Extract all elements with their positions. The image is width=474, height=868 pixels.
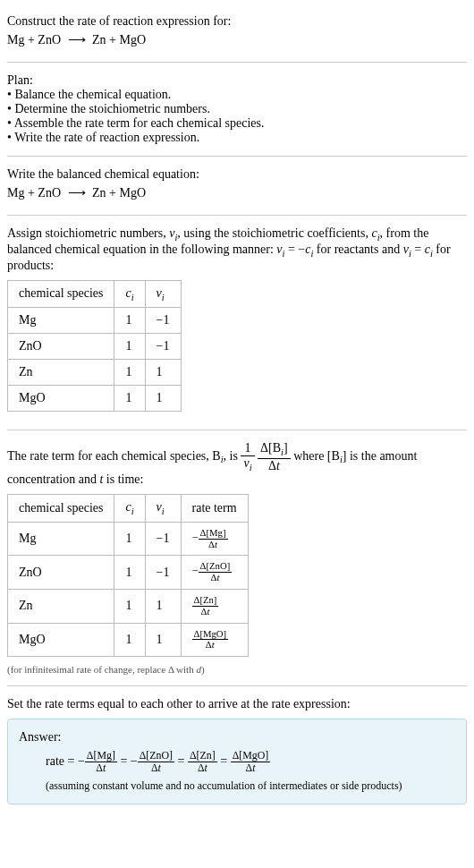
cell-c: 1 [114,334,145,360]
cell-nu: −1 [145,308,181,334]
fraction: Δ[Zn]Δt [188,750,217,774]
numerator: Δ[Mg] [85,750,117,762]
plan-item: • Write the rate of reaction expression. [7,131,467,145]
reaction-arrow-icon: ⟶ [68,32,86,47]
t-var: t [215,539,217,549]
denominator: Δt [192,640,229,651]
eq-lhs: Mg + ZnO [7,186,61,200]
sign: − [192,566,199,578]
divider [7,215,467,216]
col-nu: νi [145,495,181,523]
eq-rhs: Zn + MgO [92,33,146,47]
rate-term-table: chemical species ci νi rate term Mg1−1−Δ… [7,494,249,657]
table-row: ZnO1−1−Δ[ZnO]Δt [8,556,249,590]
stoich-table: chemical species ci νi Mg1−1 ZnO1−1 Zn11… [7,280,182,413]
fraction: Δ[Bi]Δt [258,441,291,472]
denominator: Δt [138,762,174,774]
t-var: t [216,572,219,583]
problem-header: Construct the rate of reaction expressio… [7,7,467,58]
eq-sign: = [120,754,130,768]
divider [7,156,467,157]
eq-sign: = [220,754,230,768]
problem-equation: Mg + ZnO ⟶ Zn + MgO [7,29,467,51]
fraction: 1νi [241,441,254,472]
problem-prompt: Construct the rate of reaction expressio… [7,14,467,29]
col-c: ci [114,280,145,308]
text: ) [201,664,205,675]
cell-species: Mg [8,308,114,334]
eq-lhs: Mg + ZnO [7,33,61,47]
cell-nu: −1 [145,522,181,556]
text: Δ [96,762,103,774]
cell-nu: 1 [145,386,181,412]
text: , is [224,449,241,463]
numerator: 1 [241,441,254,455]
table-header-row: chemical species ci νi rate term [8,495,249,523]
rate-term-section: The rate term for each chemical species,… [7,434,467,682]
t-var: t [212,639,215,650]
text: (for infinitesimal rate of change, repla… [7,664,196,675]
col-nu: νi [145,280,181,308]
text: for reactants and [313,243,402,256]
plan-item: • Determine the stoichiometric numbers. [7,102,467,116]
cell-species: ZnO [8,556,114,590]
balanced-section: Write the balanced chemical equation: Mg… [7,160,467,211]
final-title: Set the rate terms equal to each other t… [7,697,467,711]
text: = [411,243,425,256]
cell-rate: −Δ[Mg]Δt [181,522,248,556]
cell-nu: −1 [145,556,181,590]
fraction: Δ[Mg]Δt [85,750,117,774]
plan-section: Plan: • Balance the chemical equation. •… [7,66,467,152]
table-row: MgO11 [8,386,182,412]
cell-species: Zn [8,360,114,386]
cell-c: 1 [114,589,145,623]
t-var: t [205,762,207,774]
rate-term-intro: The rate term for each chemical species,… [7,441,467,487]
col-species: chemical species [8,280,114,308]
balanced-title: Write the balanced chemical equation: [7,167,467,182]
fraction: Δ[MgO]Δt [231,750,271,774]
cell-nu: 1 [145,360,181,386]
text: = − [284,243,305,256]
cell-c: 1 [114,623,145,657]
denominator: νi [241,456,254,472]
denominator: Δt [192,607,219,617]
subscript: i [131,506,134,516]
rate-word: rate = [46,754,78,768]
text: is time: [103,472,143,486]
denominator: Δt [231,762,271,774]
table-row: MgO11Δ[MgO]Δt [8,623,249,657]
text: where [B [293,449,340,463]
col-rate: rate term [181,495,248,523]
cell-c: 1 [114,360,145,386]
cell-species: MgO [8,386,114,412]
subscript: i [162,292,165,302]
cell-rate: −Δ[ZnO]Δt [181,556,248,590]
table-row: Mg1−1 [8,308,182,334]
stoich-intro: Assign stoichiometric numbers, νi, using… [7,226,467,273]
answer-note: (assuming constant volume and no accumul… [19,779,455,793]
table-row: Mg1−1−Δ[Mg]Δt [8,522,249,556]
subscript: i [131,292,134,302]
col-species: chemical species [8,495,114,523]
fraction: Δ[ZnO]Δt [199,561,233,583]
fraction: Δ[Zn]Δt [192,595,219,617]
cell-rate: Δ[Zn]Δt [181,589,248,623]
cell-c: 1 [114,556,145,590]
denominator: Δt [188,762,217,774]
numerator: Δ[Bi] [258,441,291,458]
eq-rhs: Zn + MgO [92,186,146,200]
answer-label: Answer: [19,730,455,745]
table-row: ZnO1−1 [8,334,182,360]
numerator: Δ[Zn] [188,750,217,762]
cell-species: ZnO [8,334,114,360]
table-row: Zn11Δ[Zn]Δt [8,589,249,623]
plan-title: Plan: [7,73,467,88]
denominator: Δt [199,573,233,583]
answer-equation: rate = −Δ[Mg]Δt = −Δ[ZnO]Δt = Δ[Zn]Δt = … [19,750,455,774]
stoich-section: Assign stoichiometric numbers, νi, using… [7,219,467,426]
final-section: Set the rate terms equal to each other t… [7,690,467,812]
text: , using the stoichiometric coefficients, [177,226,371,240]
text: Δ [151,762,158,774]
cell-c: 1 [114,308,145,334]
